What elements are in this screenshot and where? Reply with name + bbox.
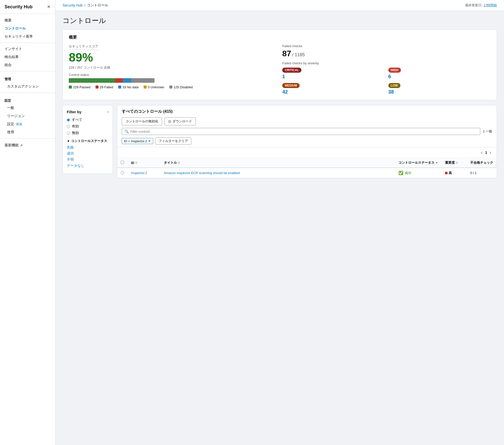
status-bar (69, 78, 154, 83)
sidebar-external-link[interactable]: 最新機能 ↗ (0, 141, 55, 150)
settings-section-label: 設定 (0, 95, 55, 104)
pagination-next-button[interactable]: › (489, 149, 492, 156)
score-section: セキュリティスコア 89% 228 / 257 コントロール 合格 Contro… (69, 44, 277, 95)
severity-high: HIGH 6 (388, 68, 491, 79)
legend-dot-unknown (144, 86, 147, 89)
filter-link-nodata[interactable]: データなし (67, 163, 109, 168)
legend-dot-disabled (169, 86, 172, 89)
filter-link-success[interactable]: 成功 (67, 151, 109, 156)
sidebar-item-integrations[interactable]: 統合 (0, 61, 55, 69)
row-status-success: ✅ 成功 (398, 171, 438, 175)
high-badge: HIGH (388, 68, 401, 73)
disable-controls-button[interactable]: コントロールの無効化 (122, 117, 162, 125)
filter-tag-close-button[interactable]: ✕ (148, 139, 151, 143)
table-row: Inspector.2 Amazon Inspector ECR scannin… (117, 168, 497, 178)
sidebar-item-overview[interactable]: 概要 (0, 16, 55, 24)
search-row: 🔍 1 一致 (122, 128, 492, 135)
radio-all[interactable]: すべて (67, 118, 109, 122)
severity-critical: CRITICAL 1 (282, 68, 385, 79)
sidebar-item-findings[interactable]: 検出結果 (0, 53, 55, 61)
download-button[interactable]: ⊡ ダウンロード (165, 117, 196, 125)
sidebar-item-controls[interactable]: コントロール (0, 24, 55, 33)
breadcrumb-link[interactable]: Security Hub (62, 3, 83, 7)
main-content: Security Hub › コントロール 最終更新日: 17時間前 コントロー… (55, 0, 504, 445)
filter-link-unknown[interactable]: 不明 (67, 157, 109, 162)
legend-nodata: 33 No data (118, 85, 139, 89)
radio-disabled[interactable]: 無効 (67, 131, 109, 135)
low-count[interactable]: 38 (388, 89, 394, 95)
legend-failed: 29 Failed (96, 85, 113, 89)
search-box: 🔍 (122, 128, 480, 135)
breadcrumb-current: コントロール (87, 3, 108, 8)
row-title-link[interactable]: Amazon Inspector ECR scanning should be … (164, 171, 240, 175)
table-panel-title: すべてのコントロール (415) (122, 109, 492, 114)
summary-card-title: 概要 (69, 35, 491, 40)
last-updated: 最終更新日: 17時間前 (465, 3, 497, 8)
match-count: 1 一致 (483, 129, 492, 134)
table-panel-header: すべてのコントロール (415) コントロールの無効化 ⊡ ダウンロード 🔍 (117, 105, 497, 147)
row-severity-cell: 高 (442, 168, 467, 178)
page-title: コントロール (62, 16, 497, 25)
radio-group: すべて 有効 無効 (67, 118, 109, 135)
filter-tags-row: ID = Inspector.2 ✕ フィルターをクリア (122, 137, 492, 145)
pagination-prev-button[interactable]: ‹ (480, 149, 484, 156)
clear-filter-button[interactable]: フィルターをクリア (155, 137, 191, 145)
legend-passed: 228 Passed (69, 85, 90, 89)
medium-badge: MEDIUM (282, 83, 300, 88)
filter-panel-header: Filter by ‹ (67, 109, 109, 114)
th-title: タイトル ▽ (160, 158, 395, 168)
legend-dot-nodata (118, 86, 121, 89)
table-toolbar: コントロールの無効化 ⊡ ダウンロード (122, 117, 492, 125)
row-title-cell: Amazon Inspector ECR scanning should be … (160, 168, 395, 178)
severity-medium: MEDIUM 42 (282, 83, 385, 95)
score-sub: 228 / 257 コントロール 合格 (69, 65, 277, 70)
row-id-cell: Inspector.2 (128, 168, 160, 178)
table-body: Inspector.2 Amazon Inspector ECR scannin… (117, 168, 497, 178)
filter-link-failed[interactable]: 失敗 (67, 145, 109, 150)
medium-count[interactable]: 42 (282, 89, 288, 95)
top-bar: Security Hub › コントロール 最終更新日: 17時間前 (55, 0, 504, 11)
select-all-checkbox[interactable] (121, 161, 124, 164)
search-input[interactable] (130, 130, 478, 133)
radio-enabled[interactable]: 有効 (67, 124, 109, 129)
row-severity-badge: 高 (445, 171, 452, 175)
low-badge: LOW (388, 83, 400, 88)
th-status: コントロールステータス ▼ (395, 158, 442, 168)
severity-grid: CRITICAL 1 HIGH 6 MEDIUM 42 LOW (282, 68, 491, 95)
failed-checks-label: Failed checks (282, 44, 491, 48)
status-bar-passed (69, 78, 115, 83)
filter-panel-title: Filter by (67, 110, 81, 114)
sidebar-item-insights[interactable]: インサイト (0, 45, 55, 53)
filter-collapse-button[interactable]: ‹ (107, 109, 109, 114)
row-fail-count-cell: 0 / 1 (467, 168, 497, 178)
breadcrumb: Security Hub › コントロール (62, 3, 108, 8)
sidebar-item-general[interactable]: 一般 (0, 104, 55, 112)
sidebar-item-region[interactable]: リージョン (0, 112, 55, 120)
critical-count[interactable]: 1 (282, 74, 285, 79)
th-severity: 重要度 ▽ (442, 158, 467, 168)
high-count[interactable]: 6 (388, 74, 391, 79)
sidebar-item-usage[interactable]: 使用 (0, 128, 55, 136)
row-checkbox-cell (117, 168, 128, 178)
sidebar-close-button[interactable]: ✕ (47, 4, 51, 10)
sidebar-item-settings[interactable]: 設定 新規 (0, 120, 55, 128)
pagination-row: ‹ 1 › (117, 147, 497, 158)
row-status-cell: ✅ 成功 (395, 168, 442, 178)
legend-dot-passed (69, 86, 72, 89)
legend-dot-failed (96, 86, 99, 89)
sort-icon-id: ▽ (135, 161, 137, 164)
sidebar-item-standards[interactable]: セキュリティ基準 (0, 33, 55, 41)
last-updated-time[interactable]: 17時間前 (484, 3, 497, 7)
sort-icon-severity: ▽ (456, 161, 458, 164)
bottom-section: Filter by ‹ すべて 有効 無効 (62, 105, 497, 178)
row-id-link[interactable]: Inspector.2 (131, 171, 147, 175)
summary-grid: セキュリティスコア 89% 228 / 257 コントロール 合格 Contro… (69, 44, 491, 95)
pagination-page: 1 (485, 151, 487, 155)
sidebar-item-custom-action[interactable]: カスタムアクション (0, 82, 55, 91)
breadcrumb-separator: › (84, 3, 85, 8)
critical-badge: CRITICAL (282, 68, 301, 73)
row-radio[interactable] (121, 171, 124, 174)
search-icon: 🔍 (124, 129, 129, 133)
th-checkbox (117, 158, 128, 168)
table-head: ID ▽ タイトル ▽ (117, 158, 497, 168)
